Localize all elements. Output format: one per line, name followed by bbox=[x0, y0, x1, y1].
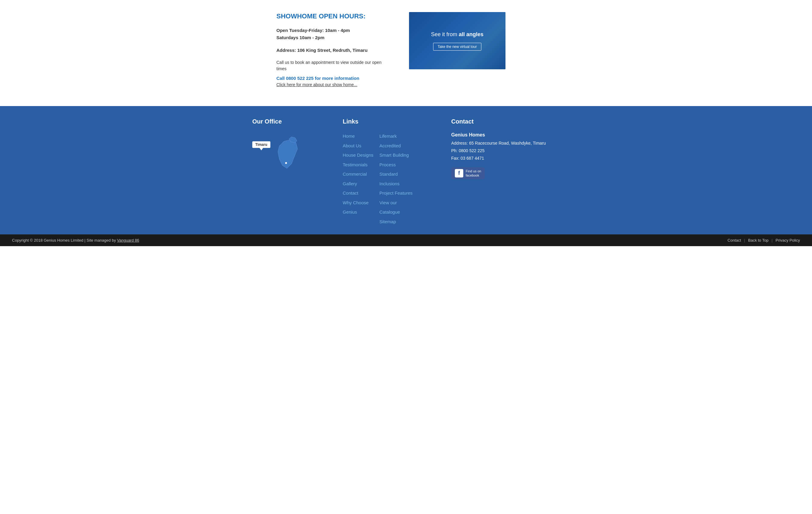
showhome-hours: Open Tuesday-Friday: 10am - 4pm Saturday… bbox=[277, 27, 391, 41]
main-content-section: SHOWHOME OPEN HOURS: Open Tuesday-Friday… bbox=[0, 0, 812, 106]
separator-2: | bbox=[772, 238, 773, 243]
virtual-tour-button[interactable]: Take the new virtual tour bbox=[433, 43, 481, 51]
link-home[interactable]: Home bbox=[343, 132, 373, 140]
virtual-tour-text: See it from all angles bbox=[431, 31, 484, 38]
separator-1: | bbox=[744, 238, 745, 243]
links-columns: Home About Us House Designs Testimonials… bbox=[343, 132, 451, 225]
virtual-tour-text-bold: all angles bbox=[459, 31, 484, 37]
footer-inner: Our Office Timaru Links Home About Us bbox=[240, 118, 572, 225]
contact-fax: Fax: 03 687 4471 bbox=[451, 155, 560, 162]
link-testimonials[interactable]: Testimonials bbox=[343, 161, 373, 169]
map-area: Timaru bbox=[252, 132, 313, 180]
map-label: Timaru bbox=[252, 141, 270, 148]
main-inner: SHOWHOME OPEN HOURS: Open Tuesday-Friday… bbox=[270, 12, 542, 88]
link-commercial[interactable]: Commercial bbox=[343, 170, 373, 178]
links-heading: Links bbox=[343, 118, 451, 125]
link-contact[interactable]: Contact bbox=[343, 189, 373, 197]
link-gallery[interactable]: Gallery bbox=[343, 180, 373, 188]
facebook-button[interactable]: f Find us on facebook bbox=[451, 167, 485, 180]
footer-contact-col: Contact Genius Homes Address: 65 Racecou… bbox=[451, 118, 560, 225]
virtual-tour-block: See it from all angles Take the new virt… bbox=[409, 12, 505, 69]
link-genius[interactable]: Genius bbox=[343, 208, 373, 216]
contact-heading: Contact bbox=[451, 118, 560, 125]
footer-office-col: Our Office Timaru bbox=[252, 118, 343, 225]
footer-links-col: Links Home About Us House Designs Testim… bbox=[343, 118, 451, 225]
link-catalogue[interactable]: Catalogue bbox=[379, 208, 413, 216]
virtual-tour-text-normal: See it from bbox=[431, 31, 459, 37]
map-dot bbox=[285, 162, 287, 164]
link-project-features[interactable]: Project Features bbox=[379, 189, 413, 197]
bottom-bar-right: Contact | Back to Top | Privacy Policy bbox=[728, 238, 800, 243]
showhome-title: SHOWHOME OPEN HOURS: bbox=[277, 12, 391, 21]
facebook-icon: f bbox=[455, 169, 463, 178]
fb-line2: facebook bbox=[466, 174, 479, 177]
contact-phone: Ph: 0800 522 225 bbox=[451, 147, 560, 155]
links-col-1: Home About Us House Designs Testimonials… bbox=[343, 132, 373, 225]
link-accredited[interactable]: Accredited bbox=[379, 142, 413, 150]
show-home-link[interactable]: Click here for more about our show home.… bbox=[277, 82, 391, 88]
fb-line1: Find us on bbox=[466, 169, 481, 173]
link-why-choose[interactable]: Why Choose bbox=[343, 199, 373, 207]
copyright-static: Copyright © 2018 Genius Homes Limited | … bbox=[12, 238, 117, 243]
nz-map-svg bbox=[273, 135, 303, 175]
hours-line2: Saturdays 10am - 2pm bbox=[277, 35, 324, 40]
managed-link[interactable]: Vanguard 86 bbox=[117, 238, 139, 243]
link-about[interactable]: About Us bbox=[343, 142, 373, 150]
showhome-address: Address: 106 King Street, Redruth, Timar… bbox=[277, 47, 391, 54]
link-view-catalogue[interactable]: View our bbox=[379, 199, 413, 207]
links-col-2: Lifemark Accredited Smart Building Proce… bbox=[379, 132, 413, 225]
back-to-top-link[interactable]: Back to Top bbox=[748, 238, 768, 243]
hours-line1: Open Tuesday-Friday: 10am - 4pm bbox=[277, 28, 350, 33]
link-house-designs[interactable]: House Designs bbox=[343, 151, 373, 159]
showhome-info: SHOWHOME OPEN HOURS: Open Tuesday-Friday… bbox=[277, 12, 391, 88]
phone-link[interactable]: Call 0800 522 225 for more information bbox=[277, 75, 359, 81]
facebook-text: Find us on facebook bbox=[466, 169, 481, 178]
link-sitemap[interactable]: Sitemap bbox=[379, 218, 413, 226]
link-smart-building[interactable]: Smart Building bbox=[379, 151, 413, 159]
footer: Our Office Timaru Links Home About Us bbox=[0, 106, 812, 234]
showhome-call-text: Call us to book an appointment to view o… bbox=[277, 59, 391, 72]
link-inclusions[interactable]: Inclusions bbox=[379, 180, 413, 188]
copyright-text: Copyright © 2018 Genius Homes Limited | … bbox=[12, 238, 139, 243]
contact-address: Address: 65 Racecourse Road, Washdyke, T… bbox=[451, 140, 560, 147]
bottom-contact-link[interactable]: Contact bbox=[728, 238, 741, 243]
link-standard[interactable]: Standard bbox=[379, 170, 413, 178]
contact-company: Genius Homes bbox=[451, 132, 560, 138]
office-heading: Our Office bbox=[252, 118, 343, 125]
link-process[interactable]: Process bbox=[379, 161, 413, 169]
privacy-policy-link[interactable]: Privacy Policy bbox=[776, 238, 800, 243]
link-lifemark[interactable]: Lifemark bbox=[379, 132, 413, 140]
bottom-bar: Copyright © 2018 Genius Homes Limited | … bbox=[0, 234, 812, 246]
